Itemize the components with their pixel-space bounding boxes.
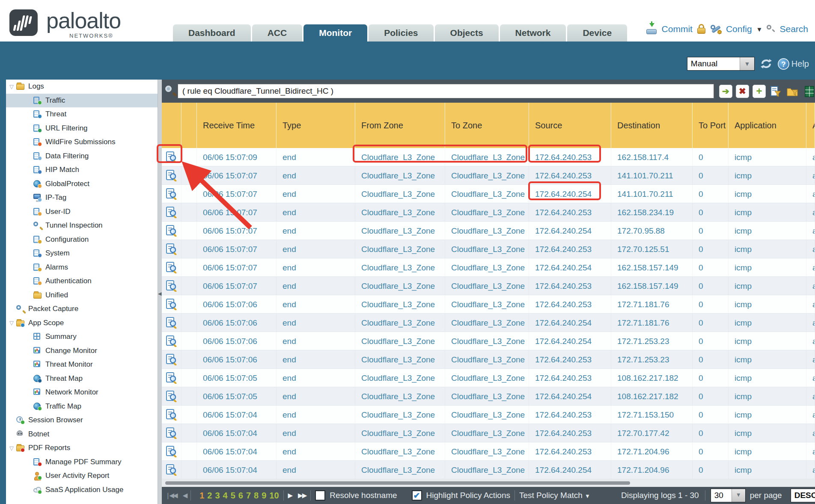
tab-monitor[interactable]: Monitor <box>303 24 367 42</box>
load-filter-icon[interactable] <box>786 85 799 98</box>
sidebar-item-hip-match[interactable]: HIP Match <box>6 163 158 177</box>
log-row-16[interactable]: 06/06 15:07:04endCloudflare_L3_ZoneCloud… <box>162 424 815 442</box>
tab-dashboard[interactable]: Dashboard <box>173 24 251 42</box>
page-number-8[interactable]: 8 <box>254 491 259 501</box>
sidebar-item-threat-monitor[interactable]: Threat Monitor <box>6 358 158 372</box>
sidebar-item-packet-capture[interactable]: Packet Capture <box>6 302 158 316</box>
sidebar-item-wildfire-submissions[interactable]: WildFire Submissions <box>6 135 158 149</box>
page-number-1[interactable]: 1 <box>199 491 204 501</box>
tab-objects[interactable]: Objects <box>435 24 499 42</box>
horizontal-scrollbar-thumb[interactable] <box>165 481 630 485</box>
next-page-icon[interactable]: ▶ <box>288 492 292 499</box>
sidebar-item-ip-tag[interactable]: IP-Tag <box>6 191 158 205</box>
tree-expand-icon[interactable]: ▽ <box>8 445 15 451</box>
sidebar-item-url-filtering[interactable]: URL Filtering <box>6 122 158 136</box>
log-row-14[interactable]: 06/06 15:07:05endCloudflare_L3_ZoneCloud… <box>162 387 815 406</box>
sidebar-item-globalprotect[interactable]: GlobalProtect <box>6 177 158 191</box>
sidebar-item-tunnel-inspection[interactable]: Tunnel Inspection <box>6 219 158 233</box>
config-caret-icon[interactable]: ▼ <box>756 26 763 33</box>
sidebar-item-manage-pdf-summary[interactable]: Manage PDF Summary <box>6 455 158 469</box>
help-icon[interactable]: ? <box>778 58 789 70</box>
sidebar-item-saas-application-usage[interactable]: SaaS Application Usage <box>6 483 158 497</box>
log-row-13[interactable]: 06/06 15:07:05endCloudflare_L3_ZoneCloud… <box>162 369 815 387</box>
column-header-from-zone[interactable]: From Zone <box>355 103 445 148</box>
log-row-3[interactable]: 06/06 15:07:07endCloudflare_L3_ZoneCloud… <box>162 185 815 203</box>
sidebar-item-app-scope[interactable]: ▽App Scope <box>6 316 158 330</box>
column-header-application[interactable]: Application <box>729 103 806 148</box>
log-detail-icon[interactable] <box>162 350 181 369</box>
sidebar-item-change-monitor[interactable]: Change Monitor <box>6 344 158 358</box>
search-link[interactable]: Search <box>779 24 808 34</box>
help-label[interactable]: Help <box>791 59 809 69</box>
sidebar-item-system[interactable]: System <box>6 246 158 261</box>
column-header-receive-time[interactable]: Receive Time <box>197 103 277 148</box>
tab-acc[interactable]: ACC <box>252 24 303 42</box>
log-row-6[interactable]: 06/06 15:07:07endCloudflare_L3_ZoneCloud… <box>162 240 815 258</box>
per-page-value[interactable]: 30 <box>711 489 732 502</box>
log-row-15[interactable]: 06/06 15:07:04endCloudflare_L3_ZoneCloud… <box>162 406 815 424</box>
refresh-mode-combo[interactable]: Manual ▼ <box>687 57 755 71</box>
log-detail-icon[interactable] <box>162 148 181 166</box>
tab-network[interactable]: Network <box>500 24 566 42</box>
log-detail-icon[interactable] <box>162 332 181 350</box>
lock-icon[interactable] <box>697 24 706 34</box>
sidebar-item-traffic[interactable]: Traffic <box>6 94 158 108</box>
log-detail-icon[interactable] <box>162 387 181 406</box>
sidebar-item-data-filtering[interactable]: Data Filtering <box>6 149 158 163</box>
per-page-combo[interactable]: 30 ▼ <box>711 489 746 502</box>
sidebar-item-threat[interactable]: Threat <box>6 107 158 122</box>
page-number-2[interactable]: 2 <box>207 491 212 501</box>
per-page-dropdown-button[interactable]: ▼ <box>732 489 745 502</box>
test-policy-match-dropdown[interactable]: Test Policy Match ▼ <box>519 491 590 500</box>
column-header-a[interactable]: A <box>806 103 815 148</box>
log-detail-icon[interactable] <box>162 166 181 185</box>
tab-policies[interactable]: Policies <box>369 24 433 42</box>
log-detail-icon[interactable] <box>162 222 181 240</box>
log-detail-icon[interactable] <box>162 314 181 332</box>
log-detail-icon[interactable] <box>162 406 181 424</box>
column-header-source[interactable]: Source <box>529 103 611 148</box>
tree-expand-icon[interactable]: ▽ <box>8 320 15 326</box>
page-number-9[interactable]: 9 <box>262 491 266 501</box>
commit-link[interactable]: Commit <box>662 24 693 34</box>
log-row-7[interactable]: 06/06 15:07:07endCloudflare_L3_ZoneCloud… <box>162 258 815 277</box>
log-detail-icon[interactable] <box>162 258 181 277</box>
page-number-4[interactable]: 4 <box>223 491 228 501</box>
config-link[interactable]: Config <box>726 24 752 34</box>
export-logs-icon[interactable] <box>803 85 815 98</box>
log-row-17[interactable]: 06/06 15:07:04endCloudflare_L3_ZoneCloud… <box>162 442 815 461</box>
log-row-2[interactable]: 06/06 15:07:07endCloudflare_L3_ZoneCloud… <box>162 166 815 185</box>
sidebar-item-session-browser[interactable]: Session Browser <box>6 413 158 427</box>
log-detail-icon[interactable] <box>162 442 181 461</box>
log-filter-input[interactable] <box>178 84 714 98</box>
sidebar-item-network-monitor[interactable]: Network Monitor <box>6 385 158 400</box>
sidebar-item-traffic-map[interactable]: Traffic Map <box>6 400 158 414</box>
log-row-10[interactable]: 06/06 15:07:06endCloudflare_L3_ZoneCloud… <box>162 314 815 332</box>
log-detail-icon[interactable] <box>162 203 181 222</box>
log-detail-icon[interactable] <box>162 185 181 203</box>
column-header-to-port[interactable]: To Port <box>693 103 729 148</box>
log-row-5[interactable]: 06/06 15:07:07endCloudflare_L3_ZoneCloud… <box>162 222 815 240</box>
sidebar-item-configuration[interactable]: Configuration <box>6 233 158 247</box>
sidebar-item-logs[interactable]: ▽Logs <box>6 80 158 94</box>
log-row-11[interactable]: 06/06 15:07:06endCloudflare_L3_ZoneCloud… <box>162 332 815 350</box>
refresh-icon[interactable] <box>760 58 773 70</box>
sort-order-combo[interactable]: DESC ▼ <box>791 489 815 502</box>
log-detail-icon[interactable] <box>162 295 181 314</box>
prev-page-icon[interactable]: ◀ <box>183 492 187 499</box>
refresh-mode-value[interactable]: Manual <box>687 57 740 70</box>
highlight-policy-actions-checkbox[interactable]: ✔ <box>412 490 422 501</box>
last-page-icon[interactable]: ▶▶ <box>298 492 306 499</box>
sort-order-value[interactable]: DESC <box>791 489 815 502</box>
log-detail-icon[interactable] <box>162 369 181 387</box>
page-number-6[interactable]: 6 <box>238 491 243 501</box>
first-page-icon[interactable]: ❘◀◀ <box>165 492 177 499</box>
log-row-1[interactable]: 06/06 15:07:09endCloudflare_L3_ZoneCloud… <box>162 148 815 166</box>
log-row-9[interactable]: 06/06 15:07:06endCloudflare_L3_ZoneCloud… <box>162 295 815 314</box>
log-row-12[interactable]: 06/06 15:07:06endCloudflare_L3_ZoneCloud… <box>162 350 815 369</box>
sidebar-item-user-id[interactable]: User-ID <box>6 205 158 219</box>
add-filter-icon[interactable]: + <box>753 85 766 98</box>
sidebar-item-threat-map[interactable]: Threat Map <box>6 372 158 386</box>
sidebar-item-alarms[interactable]: Alarms <box>6 261 158 275</box>
refresh-mode-dropdown-button[interactable]: ▼ <box>740 57 754 70</box>
